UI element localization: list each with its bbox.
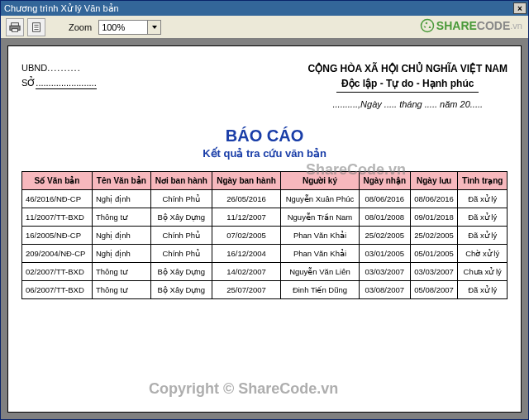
table-cell: 26/05/2016 bbox=[212, 189, 280, 208]
table-cell: 08/01/2008 bbox=[359, 208, 410, 226]
table-row: 06/2007/TT-BXDThông tưBộ Xây Dựng25/07/2… bbox=[22, 280, 508, 298]
window-title: Chương trình Xử lý Văn bản bbox=[4, 3, 119, 14]
table-cell: 03/01/2005 bbox=[359, 244, 410, 262]
table-cell: 02/2007/TT-BXD bbox=[22, 262, 93, 280]
chevron-down-icon bbox=[151, 24, 158, 31]
table-cell: 46/2016/NĐ-CP bbox=[22, 189, 93, 208]
zoom-input[interactable] bbox=[98, 20, 148, 35]
table-cell: Đã xử lý bbox=[458, 226, 508, 244]
report-title: BÁO CÁO bbox=[226, 126, 303, 145]
column-header: Ngày lưu bbox=[410, 171, 458, 189]
table-row: 11/2007/TT-BXDThông tưBộ Xây Dựng11/12/2… bbox=[22, 208, 508, 226]
zoom-dropdown-button[interactable] bbox=[148, 20, 161, 35]
table-cell: Nguyễn Xuân Phúc bbox=[281, 189, 360, 208]
table-row: 16/2005/NĐ-CPNghị địnhChính Phủ07/02/200… bbox=[22, 226, 508, 244]
table-cell: Phan Văn Khải bbox=[281, 244, 360, 262]
table-cell: Nghị định bbox=[92, 244, 150, 262]
table-cell: 11/12/2007 bbox=[212, 208, 280, 226]
column-header: Nơi ban hành bbox=[150, 171, 212, 189]
window-titlebar: Chương trình Xử lý Văn bản × bbox=[1, 1, 528, 16]
print-button[interactable] bbox=[6, 18, 24, 36]
column-header: Người ký bbox=[281, 171, 360, 189]
svg-point-7 bbox=[421, 20, 433, 32]
table-cell: Thông tư bbox=[92, 280, 150, 298]
close-icon[interactable]: × bbox=[513, 2, 527, 14]
document-icon bbox=[31, 21, 42, 33]
table-cell: Thông tư bbox=[92, 208, 150, 226]
report-title-block: BÁO CÁO Kết quả tra cứu văn bản bbox=[21, 126, 508, 160]
column-header: Số Văn bản bbox=[22, 171, 93, 189]
table-cell: Bộ Xây Dựng bbox=[150, 280, 212, 298]
recycle-icon bbox=[420, 18, 435, 33]
table-cell: Chính Phủ bbox=[150, 189, 212, 208]
table-cell: Nghị định bbox=[92, 226, 150, 244]
table-cell: 25/02/2005 bbox=[359, 226, 410, 244]
table-cell: 03/08/2007 bbox=[359, 280, 410, 298]
national-header: CỘNG HÒA XÃ HỘI CHỦ NGHĨA VIỆT NAM Độc l… bbox=[308, 61, 508, 112]
table-cell: 14/02/2007 bbox=[212, 262, 280, 280]
document-viewport: UBND SỞ........................ CỘNG HÒA… bbox=[1, 39, 528, 419]
table-cell: Đã xử lý bbox=[458, 280, 508, 298]
table-cell: Nguyễn Trần Nam bbox=[281, 208, 360, 226]
column-header: Ngày nhận bbox=[359, 171, 410, 189]
org-block: UBND SỞ........................ bbox=[21, 61, 97, 112]
table-cell: Đã xử lý bbox=[458, 189, 508, 208]
table-cell: 05/08/2007 bbox=[410, 280, 458, 298]
table-cell: Phan Văn Khải bbox=[281, 226, 360, 244]
table-cell: Đã xử lý bbox=[458, 208, 508, 226]
table-cell: 25/07/2007 bbox=[212, 280, 280, 298]
report-page: UBND SỞ........................ CỘNG HÒA… bbox=[7, 45, 522, 413]
table-cell: Đinh Tiến Dũng bbox=[281, 280, 360, 298]
svg-rect-2 bbox=[12, 28, 18, 31]
table-cell: Bộ Xây Dựng bbox=[150, 208, 212, 226]
printer-icon bbox=[9, 21, 21, 33]
table-cell: Chính Phủ bbox=[150, 244, 212, 262]
table-cell: 03/03/2007 bbox=[410, 262, 458, 280]
export-button[interactable] bbox=[27, 18, 45, 36]
table-cell: 08/06/2016 bbox=[359, 189, 410, 208]
table-cell: Thông tư bbox=[92, 262, 150, 280]
svg-rect-0 bbox=[12, 22, 19, 26]
table-cell: 209/2004/NĐ-CP bbox=[22, 244, 93, 262]
column-header: Ngày ban hành bbox=[212, 171, 280, 189]
table-row: 02/2007/TT-BXDThông tưBộ Xây Dựng14/02/2… bbox=[22, 262, 508, 280]
table-cell: 25/02/2005 bbox=[410, 226, 458, 244]
table-cell: 08/06/2016 bbox=[410, 189, 458, 208]
zoom-label: Zoom bbox=[69, 22, 92, 32]
table-cell: Chính Phủ bbox=[150, 226, 212, 244]
report-subtitle: Kết quả tra cứu văn bản bbox=[21, 147, 508, 160]
table-row: 209/2004/NĐ-CPNghị địnhChính Phủ16/12/20… bbox=[22, 244, 508, 262]
table-cell: Nguyễn Văn Liên bbox=[281, 262, 360, 280]
results-table: Số Văn bảnTên Văn bảnNơi ban hànhNgày ba… bbox=[21, 171, 508, 299]
column-header: Tình trạng bbox=[458, 171, 508, 189]
table-cell: 05/01/2005 bbox=[410, 244, 458, 262]
table-cell: Nghị định bbox=[92, 189, 150, 208]
table-cell: 16/12/2004 bbox=[212, 244, 280, 262]
brand-watermark-logo: SHARECODE.vn bbox=[420, 18, 522, 33]
table-cell: 03/03/2007 bbox=[359, 262, 410, 280]
table-cell: 07/02/2005 bbox=[212, 226, 280, 244]
table-cell: Chờ xử lý bbox=[458, 244, 508, 262]
column-header: Tên Văn bản bbox=[92, 171, 150, 189]
table-cell: 09/01/2018 bbox=[410, 208, 458, 226]
table-cell: 11/2007/TT-BXD bbox=[22, 208, 93, 226]
table-cell: 06/2007/TT-BXD bbox=[22, 280, 93, 298]
table-cell: Chưa xử lý bbox=[458, 262, 508, 280]
table-cell: Bộ Xây Dựng bbox=[150, 262, 212, 280]
table-cell: 16/2005/NĐ-CP bbox=[22, 226, 93, 244]
table-row: 46/2016/NĐ-CPNghị địnhChính Phủ26/05/201… bbox=[22, 189, 508, 208]
